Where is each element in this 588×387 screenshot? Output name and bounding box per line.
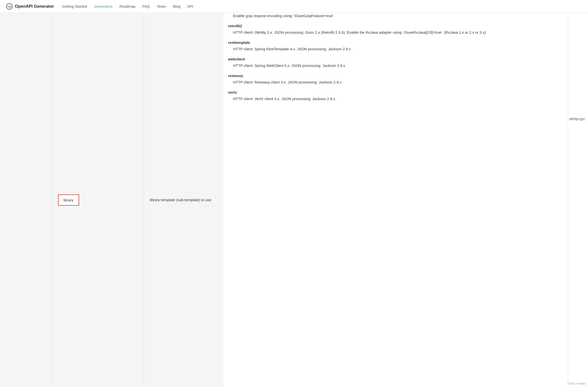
sections-container: retrofit2HTTP client: OkHttp 3.x. JSON p… [228,24,563,102]
info-section: vertxHTTP client: VertX client 3.x. JSON… [228,90,563,102]
info-section-title: resteasy [228,74,563,78]
gzip-text-content: Enable gzip request encoding using '-Dus… [233,14,334,18]
info-section-items: HTTP client: Spring WebClient 5.x. JSON … [228,63,563,69]
middle-panel: library [52,13,144,387]
info-section-title: retrofit2 [228,24,563,28]
info-section-title: vertx [228,90,563,94]
nav-item-getting-started[interactable]: Getting Started [62,4,87,9]
brand-logo: OA [6,3,13,10]
info-section-title: resttemplate [228,40,563,45]
nav-item-team[interactable]: Team [157,4,166,9]
info-section-title: webclient [228,57,563,61]
far-right-text: okhttp-gsc [568,18,588,121]
info-section-items: HTTP client: Spring RestTemplate 4.x. JS… [228,46,563,52]
nav-links: Getting Started Generators Roadmap FAQ T… [62,4,193,9]
copyright-text: ©2021 ©Hakko [567,382,586,385]
gzip-section: Enable gzip request encoding using '-Dus… [228,13,563,24]
info-panel: Enable gzip request encoding using '-Dus… [223,13,568,387]
info-section-items: HTTP client: Resteasy client 3.x. JSON p… [228,79,563,85]
info-section: resttemplateHTTP client: Spring RestTemp… [228,40,563,52]
nav-item-generators[interactable]: Generators [94,4,113,9]
svg-text:OA: OA [8,5,12,8]
info-section: resteasyHTTP client: Resteasy client 3.x… [228,74,563,85]
nav-item-blog[interactable]: Blog [173,4,180,9]
far-right-panel: okhttp-gsc [568,13,588,387]
info-section-items: HTTP client: VertX client 3.x. JSON proc… [228,96,563,102]
navbar-brand[interactable]: OA OpenAPI Generator [6,3,54,10]
info-section: webclientHTTP client: Spring WebClient 5… [228,57,563,69]
library-cell: library [58,194,79,206]
nav-item-faq[interactable]: FAQ [143,4,150,9]
nav-item-api[interactable]: API [187,4,193,9]
navbar: OA OpenAPI Generator Getting Started Gen… [0,0,588,13]
description-panel: library template (sub-template) to use [144,13,223,387]
brand-title: OpenAPI Generator [15,4,54,9]
description-text: library template (sub-template) to use [150,197,211,203]
left-sidebar-panel [0,13,52,387]
nav-item-roadmap[interactable]: Roadmap [119,4,136,9]
library-label: library [63,198,74,202]
info-section-items: HTTP client: OkHttp 3.x. JSON processing… [228,29,563,35]
page-wrapper: library library template (sub-template) … [0,13,588,387]
info-section: retrofit2HTTP client: OkHttp 3.x. JSON p… [228,24,563,35]
